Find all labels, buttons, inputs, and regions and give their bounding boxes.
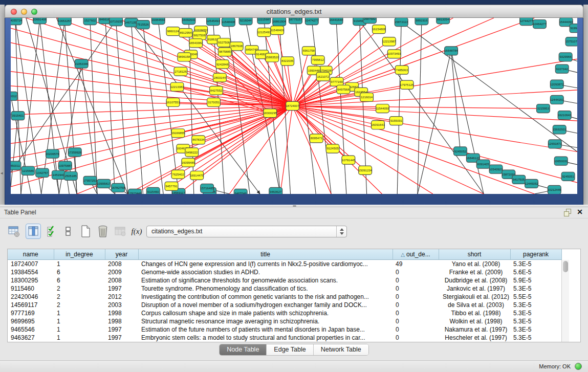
table-cell: Tourette syndrome. Phenomenology and cla… (138, 285, 393, 293)
network-table-selector[interactable]: citations_edges.txt (146, 226, 347, 237)
window-titlebar[interactable]: citations_edges.txt (5, 5, 583, 18)
column-header-year[interactable]: year (105, 249, 138, 259)
table-cell: Franke et al. (2009) (439, 268, 510, 276)
table-cell: 0 (393, 293, 439, 301)
scrollbar-thumb[interactable] (563, 261, 568, 272)
table-cell: 9115460 (8, 285, 54, 293)
graph-node-label: 16543382 (189, 41, 203, 45)
graph-node-label: 12213987 (382, 40, 396, 43)
create-column-button[interactable] (78, 224, 93, 239)
table-cell: 2008 (105, 276, 138, 285)
memory-status-label: Memory: OK (539, 363, 571, 369)
table-row[interactable]: 946362711997Embryonic stem cells: a mode… (8, 334, 561, 342)
graph-node-label: 9245052 (454, 149, 467, 152)
network-canvas[interactable]: 2405572420691406106532571527602846616010… (11, 18, 577, 194)
minimize-window-button[interactable] (21, 9, 27, 15)
close-window-button[interactable] (11, 9, 17, 15)
panel-collapse-arrow[interactable]: ◂ (1, 170, 3, 176)
graph-node-label: 9216044 (240, 19, 252, 22)
table-cell: 5.3E-5 (510, 301, 561, 309)
tab-node-table[interactable]: Node Table (220, 344, 267, 355)
zoom-window-button[interactable] (31, 9, 37, 15)
graph-node-label: 12444151 (550, 98, 564, 101)
graph-node-label: 12691873 (548, 142, 562, 145)
table-row[interactable]: 1830029562008Estimation of significance … (8, 276, 561, 285)
table-cell: 1998 (105, 309, 138, 317)
table-panel: Table Panel ✕ (0, 205, 588, 372)
graph-node-label: 19384554 (151, 18, 165, 21)
column-header-short[interactable]: short (439, 249, 510, 259)
table-row[interactable]: 946554611997Estimation of the future num… (8, 325, 561, 334)
tab-edge-table[interactable]: Edge Table (267, 344, 313, 355)
table-settings-button[interactable] (6, 224, 21, 239)
table-cell: 5.5E-5 (510, 293, 561, 301)
table-row[interactable]: 1872400712008Changes of HCN gene express… (8, 259, 561, 268)
graph-edge (277, 30, 293, 106)
graph-node-label: 18724007 (286, 104, 299, 107)
table-tab-bar: Node Table Edge Table Network Table (219, 344, 368, 356)
graph-edge (293, 106, 433, 194)
graph-edge (451, 51, 461, 151)
graph-node-label: 12445052 (525, 182, 538, 185)
sort-ascending-icon: △ (401, 252, 405, 257)
table-cell: 0 (393, 301, 439, 309)
graph-node-label: 15751074 (565, 40, 577, 43)
graph-node-label: 9245051 (562, 175, 575, 178)
graph-node-label: 7485063 (396, 69, 408, 72)
table-row[interactable]: 2242004622012Investigating the contribut… (8, 293, 561, 301)
graph-node-label: 24055724 (11, 19, 23, 22)
table-row[interactable]: 1456911722003Disruption of a novel membe… (8, 301, 561, 309)
graph-node-label: 7515526 (137, 23, 149, 26)
status-bar: Memory: OK (0, 360, 588, 372)
table-cell: Disruption of a novel member of a sodium… (138, 301, 393, 309)
close-panel-icon[interactable]: ✕ (577, 208, 583, 215)
select-columns-button[interactable] (44, 224, 59, 239)
graph-edge (143, 25, 163, 194)
graph-node-label: 17975125 (400, 83, 414, 86)
table-cell: Stergiakouli et al. (2012) (439, 293, 510, 301)
table-row[interactable]: 977716911998Corpus callosum shape and si… (8, 309, 561, 317)
delete-column-button[interactable] (95, 224, 111, 239)
table-cell: 1997 (105, 325, 138, 334)
graph-node-label: 15444093 (559, 20, 573, 24)
graph-node-label: 7955812 (312, 58, 324, 61)
column-header-name[interactable]: name (8, 249, 54, 259)
graph-node-label: 8427552 (210, 89, 223, 92)
column-header-in-degree[interactable]: in_degree (54, 249, 105, 259)
table-cell: Yano et al. (2008) (439, 259, 510, 268)
graph-node-label: 11544093 (376, 107, 389, 110)
desktop-background: ◂ citations_edges.txt 240557242069140610… (0, 0, 588, 205)
table-cell: 5.3E-5 (510, 259, 561, 268)
row-mode-button[interactable] (60, 224, 76, 239)
table-cell: 2 (54, 301, 105, 309)
table-scrollbar[interactable] (561, 260, 569, 342)
graph-node-label: 1215686 (22, 169, 34, 172)
table-cell: de Silva et al. (2003) (439, 301, 510, 309)
import-table-icon (114, 225, 126, 237)
table-cell: 0 (393, 309, 439, 317)
table-cell: 5.9E-5 (510, 276, 561, 285)
column-header-pagerank[interactable]: pagerank (510, 249, 561, 259)
table-cell: 1998 (105, 317, 138, 325)
import-table-button[interactable] (113, 224, 128, 239)
column-header-out-de-[interactable]: △out_de... (393, 249, 439, 259)
table-row[interactable]: 969969511998Structural magnetic resonanc… (8, 317, 561, 325)
table-cell: 9463627 (8, 334, 54, 342)
network-view-window: citations_edges.txt 24055724206914061065… (5, 5, 583, 205)
column-header-title[interactable]: title (138, 249, 393, 259)
graph-node-label: 16099489 (182, 161, 195, 164)
table-cell: 2003 (105, 301, 138, 309)
function-builder-button[interactable]: f(x) (129, 224, 144, 239)
graph-node-label: 12125493 (257, 31, 271, 34)
graph-node-label: 15872113 (395, 20, 408, 24)
table-row[interactable]: 911546021997Tourette syndrome. Phenomeno… (8, 285, 561, 293)
graph-node-label: 10540923 (489, 168, 503, 171)
tab-network-table[interactable]: Network Table (314, 344, 368, 355)
float-panel-icon[interactable] (564, 209, 571, 215)
table-cell: 22420046 (8, 293, 54, 301)
table-row[interactable]: 1938455462009Genome-wide association stu… (8, 268, 561, 276)
column-visibility-button[interactable] (26, 224, 41, 239)
memory-indicator[interactable] (575, 363, 582, 370)
table-cell: 5.3E-5 (510, 325, 561, 334)
table-cell: 2012 (105, 293, 138, 301)
